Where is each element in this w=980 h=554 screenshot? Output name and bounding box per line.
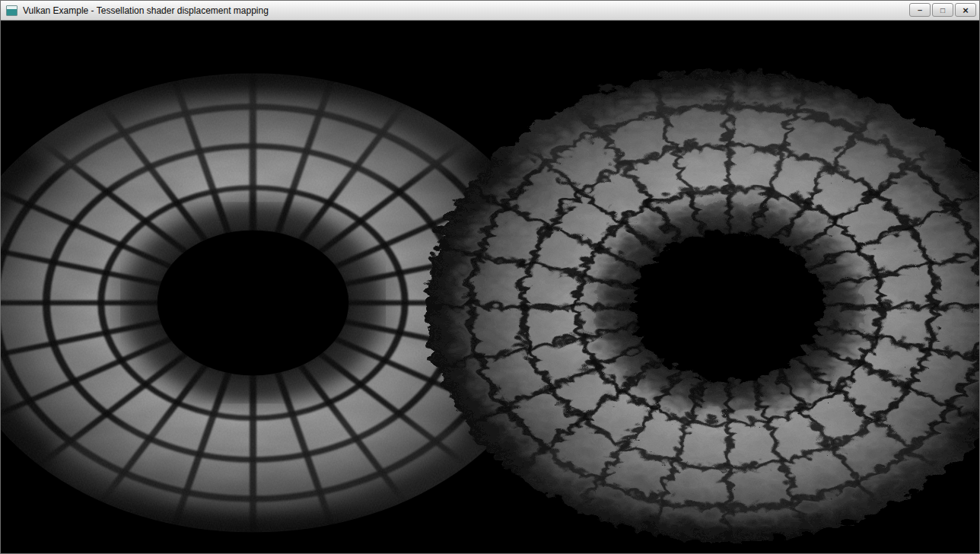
render-canvas[interactable] [1,21,979,553]
maximize-button[interactable]: □ [932,3,953,17]
app-icon [6,5,18,16]
window-title: Vulkan Example - Tessellation shader dis… [23,5,909,16]
title-bar[interactable]: Vulkan Example - Tessellation shader dis… [1,1,979,21]
close-button[interactable]: × [955,3,976,17]
render-viewport[interactable] [1,21,979,553]
minimize-button[interactable]: – [909,3,931,17]
window-controls: – □ × [909,3,976,17]
app-window: Vulkan Example - Tessellation shader dis… [0,0,980,554]
